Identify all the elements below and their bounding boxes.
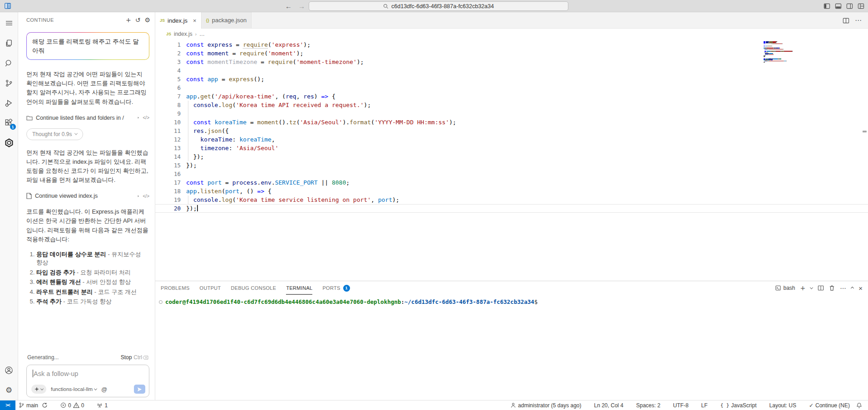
tab-package-json[interactable]: {} package.json	[202, 12, 252, 28]
user-message-bubble[interactable]: 해당 코드를 리팩토링 해주고 주석도 달아줘	[26, 32, 149, 60]
mode-selector[interactable]	[31, 385, 46, 394]
toggle-panel-icon[interactable]	[835, 3, 842, 10]
code-line[interactable]: 15});	[155, 161, 868, 170]
code-line[interactable]: 13 timezone: 'Asia/Seoul'	[155, 144, 868, 152]
maximize-panel-icon[interactable]	[851, 286, 854, 289]
source-control-icon[interactable]	[0, 73, 18, 93]
tool-call-listed-files[interactable]: Continue listed files and folders in / <…	[26, 115, 149, 121]
problems-item[interactable]: 0 0	[57, 400, 87, 410]
code-line[interactable]: 7app.get('/api/korea-time', (req, res) =…	[155, 92, 868, 101]
notifications-bell-item[interactable]	[853, 400, 865, 410]
continue-settings-icon[interactable]: ⚙	[144, 16, 150, 24]
tab-ports[interactable]: PORTS1	[322, 281, 350, 295]
split-terminal-icon[interactable]	[818, 285, 824, 291]
toggle-sidebar-icon[interactable]	[824, 3, 830, 10]
tool-call-viewed-index[interactable]: Continue viewed index.js </>	[26, 193, 149, 199]
blame-author-item[interactable]: administrator (5 days ago)	[507, 400, 584, 410]
customize-layout-icon[interactable]	[858, 3, 864, 10]
command-decoration-icon	[159, 300, 163, 304]
new-session-icon[interactable]: +	[126, 16, 131, 24]
terminal[interactable]: coder@f4194d1706ed1f40-c6d7fc69d6db4e446…	[155, 295, 868, 305]
code-line[interactable]: 8 console.log('Korea time API received a…	[155, 101, 868, 109]
thought-pill[interactable]: Thought for 0.9s	[26, 128, 83, 140]
command-center-text: c6d13dfc-6d63-46f3-887a-fc632cb32a34	[391, 3, 494, 10]
code-line[interactable]: 19 console.log('Korea time service liste…	[155, 195, 868, 204]
close-tab-icon[interactable]: ×	[193, 17, 197, 24]
breadcrumb-more[interactable]: …	[199, 31, 205, 37]
account-icon[interactable]	[0, 360, 18, 380]
forwarded-ports-item[interactable]: 1	[94, 400, 111, 410]
mention-button[interactable]: @	[101, 386, 107, 393]
panel-more-icon[interactable]: ⋯	[840, 284, 846, 292]
followup-input[interactable]: Ask a follow-up functions-local-llm @	[26, 365, 149, 397]
code-brackets-icon[interactable]: </>	[143, 194, 149, 199]
language-mode-item[interactable]: { } JavaScript	[717, 400, 760, 410]
encoding-item[interactable]: UTF-8	[670, 400, 692, 410]
new-terminal-icon[interactable]: +	[800, 284, 806, 292]
close-panel-icon[interactable]: ×	[858, 284, 863, 292]
code-line[interactable]: 11 res.json({	[155, 127, 868, 135]
list-item: 타입 검증 추가 - 요청 파라미터 처리	[36, 268, 148, 277]
code-line[interactable]: 12 koreaTime: koreaTime,	[155, 135, 868, 144]
editor-tab-bar: JS index.js × {} package.json ⋯	[155, 12, 868, 29]
more-actions-icon[interactable]: ⋯	[855, 16, 862, 24]
tool-call-label: Continue listed files and folders in /	[36, 115, 131, 121]
trash-icon[interactable]	[829, 285, 835, 291]
tab-problems[interactable]: PROBLEMS	[161, 281, 190, 295]
code-line[interactable]: 18app.listen(port, () => {	[155, 187, 868, 195]
code-line[interactable]: 5const app = express();	[155, 75, 868, 83]
breadcrumb[interactable]: JS index.js › …	[155, 29, 868, 39]
command-center[interactable]: c6d13dfc-6d63-46f3-887a-fc632cb32a34	[309, 1, 568, 11]
shell-selector[interactable]: bash	[775, 285, 795, 291]
git-branch-item[interactable]: main	[15, 400, 51, 410]
indentation-item[interactable]: Spaces: 2	[633, 400, 663, 410]
continue-status-item[interactable]: ✓ Continue (NE)	[806, 400, 853, 410]
tab-output[interactable]: OUTPUT	[200, 281, 221, 295]
minimap[interactable]	[764, 41, 809, 63]
remote-indicator[interactable]: ><	[0, 400, 15, 410]
toggle-secondary-sidebar-icon[interactable]	[846, 3, 853, 10]
warning-icon	[73, 402, 79, 408]
keyboard-layout-item[interactable]: Layout: US	[766, 400, 799, 410]
tab-terminal[interactable]: TERMINAL	[286, 281, 312, 295]
terminal-dropdown-icon[interactable]	[810, 286, 813, 289]
code-line[interactable]: 4	[155, 66, 868, 75]
explorer-icon[interactable]	[0, 33, 18, 53]
settings-gear-icon[interactable]: ⚙	[0, 380, 18, 400]
code-line[interactable]: 6	[155, 83, 868, 92]
cursor-position-item[interactable]: Ln 20, Col 4	[591, 400, 627, 410]
code-editor[interactable]: 1const express = require('express');2con…	[155, 39, 868, 281]
status-bar: >< main 0 0 1 administrator (5 days ago)…	[0, 400, 868, 410]
code-line[interactable]: 1const express = require('express');	[155, 40, 868, 49]
insert-icon[interactable]	[134, 115, 139, 120]
run-debug-icon[interactable]	[0, 93, 18, 113]
insert-icon[interactable]	[134, 194, 139, 199]
code-line[interactable]: 9	[155, 109, 868, 118]
code-line[interactable]: 20});	[155, 204, 868, 213]
eol-item[interactable]: LF	[698, 400, 711, 410]
input-placeholder: Ask a follow-up	[34, 370, 78, 377]
code-line[interactable]: 3const momentTimezone = require('moment-…	[155, 58, 868, 66]
code-line[interactable]: 14 });	[155, 152, 868, 161]
nav-back-icon[interactable]: ←	[285, 2, 292, 10]
tab-index-js[interactable]: JS index.js ×	[155, 12, 202, 29]
extensions-icon[interactable]: 1	[0, 113, 18, 133]
code-brackets-icon[interactable]: </>	[143, 115, 149, 120]
code-line[interactable]: 2const moment = require('moment');	[155, 49, 868, 58]
send-button[interactable]	[134, 385, 145, 394]
code-line[interactable]: 17const port = process.env.SERVICE_PORT …	[155, 178, 868, 187]
model-selector[interactable]: functions-local-llm	[51, 386, 97, 392]
stop-button[interactable]: Stop Ctrl	[121, 354, 148, 361]
person-icon	[510, 402, 516, 408]
code-line[interactable]: 16	[155, 170, 868, 178]
tab-debug-console[interactable]: DEBUG CONSOLE	[231, 281, 276, 295]
nav-forward-icon[interactable]: →	[298, 2, 305, 10]
scrollbar-decoration[interactable]	[863, 131, 867, 132]
history-icon[interactable]: ↺	[135, 16, 141, 24]
continue-extension-icon[interactable]	[0, 133, 18, 153]
search-view-icon[interactable]	[0, 53, 18, 73]
code-line[interactable]: 10 const koreaTime = moment().tz('Asia/S…	[155, 118, 868, 127]
breadcrumb-file[interactable]: index.js	[174, 31, 192, 37]
menu-hamburger-icon[interactable]	[0, 13, 18, 33]
split-editor-icon[interactable]	[843, 17, 849, 24]
